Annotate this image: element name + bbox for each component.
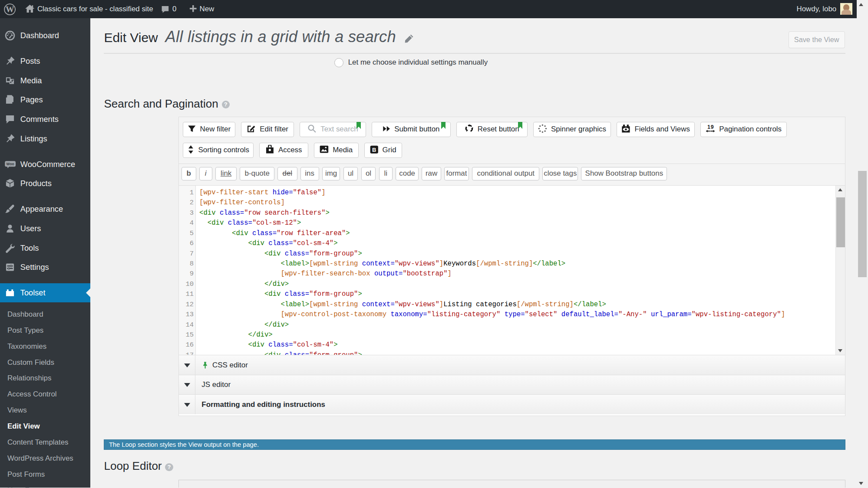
svg-text:9: 9 <box>711 124 714 130</box>
svg-text:W: W <box>6 5 14 14</box>
svg-text:Woo: Woo <box>7 162 14 166</box>
svg-text:1: 1 <box>707 124 710 130</box>
svg-text:B: B <box>372 146 376 153</box>
